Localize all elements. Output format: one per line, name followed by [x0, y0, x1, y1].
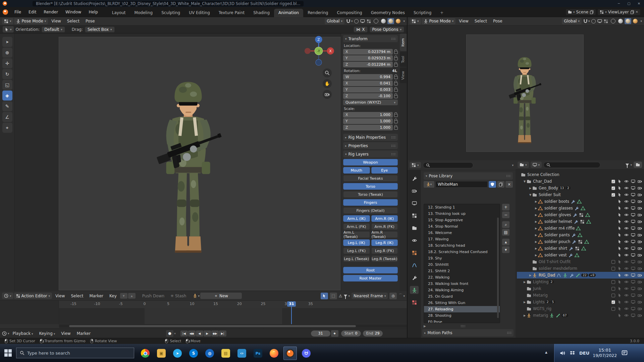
- selectable-icon[interactable]: [618, 253, 622, 257]
- move-up-button[interactable]: ▴: [128, 293, 136, 299]
- next-keyframe-button[interactable]: ◆▶: [211, 330, 219, 337]
- mode-dropdown[interactable]: Pose Mode▾: [422, 18, 456, 24]
- action-datablock-icon-button[interactable]: ▾: [193, 294, 200, 298]
- menu-edit[interactable]: Edit: [25, 10, 40, 14]
- zoom-viewport-button[interactable]: [323, 68, 332, 77]
- pose-item[interactable]: 12. Standing 1: [424, 204, 500, 210]
- panel-grip[interactable]: [506, 175, 511, 177]
- select-cursor-toggle[interactable]: [321, 293, 328, 299]
- lock-icon[interactable]: [394, 114, 398, 117]
- menu-key[interactable]: Key: [107, 294, 119, 298]
- push-down-button[interactable]: Push Down: [140, 294, 167, 298]
- menu-view[interactable]: View: [53, 294, 67, 298]
- rig-layer-arm-l-ik-[interactable]: Arm.L (IK): [343, 215, 370, 222]
- menu-render[interactable]: Render: [40, 10, 62, 14]
- current-frame-badge[interactable]: 31: [287, 301, 296, 307]
- xray-toggle-icon[interactable]: [604, 19, 608, 23]
- pose-item[interactable]: 16. Welcome: [424, 230, 500, 236]
- volume-icon[interactable]: [560, 351, 566, 356]
- disable-render-icon[interactable]: [638, 220, 642, 224]
- taskbar-app-firefox[interactable]: ˜: [267, 347, 281, 360]
- falloff-dropdown[interactable]: ⌒▾: [398, 293, 405, 299]
- editor-type-button[interactable]: ▾: [518, 162, 529, 168]
- properties-tab-constraints[interactable]: [410, 274, 419, 282]
- shading-material-button[interactable]: [387, 18, 394, 24]
- previous-keyframe-button[interactable]: ◀◆: [188, 330, 196, 337]
- add-workspace-button[interactable]: +: [436, 9, 448, 17]
- move-down-button[interactable]: ▾: [120, 293, 127, 299]
- shading-wireframe-button[interactable]: [610, 18, 616, 24]
- hide-viewport-icon[interactable]: [624, 186, 629, 190]
- jump-to-end-button[interactable]: ▶|: [219, 330, 226, 337]
- move-pose-up-button[interactable]: ▲: [502, 239, 509, 245]
- pose-item[interactable]: 14. Stop Normal: [424, 223, 500, 230]
- expand-icon[interactable]: ▼: [528, 193, 532, 196]
- selectable-icon[interactable]: [618, 193, 622, 197]
- play-reverse-button[interactable]: ◀: [196, 330, 203, 337]
- hide-viewport-icon[interactable]: [624, 307, 629, 311]
- taskbar-app-skype[interactable]: S: [187, 347, 200, 360]
- selectable-icon[interactable]: [618, 266, 622, 270]
- lock-icon[interactable]: [394, 82, 398, 85]
- properties-tab-output[interactable]: [410, 199, 419, 207]
- panel-grip[interactable]: [391, 38, 396, 40]
- outliner-row[interactable]: ▶soldier boots: [517, 198, 644, 205]
- rotation-mode-select[interactable]: Quaternion (WXYZ)▾: [343, 100, 398, 105]
- expand-icon[interactable]: ▶: [534, 214, 538, 217]
- transform-panel-header[interactable]: ▾Transform: [343, 35, 398, 42]
- outliner-row[interactable]: ▼Char_Dad✓: [517, 178, 644, 185]
- disable-viewport-icon[interactable]: [631, 253, 635, 257]
- outliner-row[interactable]: Scene Collection: [517, 171, 644, 178]
- outliner-row[interactable]: ▶RIG_Dad22+9: [517, 272, 644, 279]
- disable-viewport-icon[interactable]: [631, 179, 635, 183]
- menu-marker[interactable]: Marker: [74, 331, 93, 336]
- camera-view-button[interactable]: [323, 90, 332, 99]
- maximize-button[interactable]: ▢: [624, 2, 634, 5]
- pose-item[interactable]: 15. Stop Aggresive: [424, 217, 500, 223]
- new-scene-icon[interactable]: [590, 10, 594, 14]
- selectable-icon[interactable]: [618, 206, 622, 210]
- properties-tab-view-layer[interactable]: [410, 212, 419, 220]
- tool-scale-button[interactable]: ◱: [2, 80, 12, 90]
- panel-grip[interactable]: [507, 331, 512, 334]
- tray-expand-icon[interactable]: ▲: [545, 351, 547, 354]
- mode-dropdown[interactable]: Pose Mode▾: [14, 18, 48, 24]
- outliner-row[interactable]: Junk: [517, 285, 644, 292]
- outliner-row[interactable]: ▶Soldier pants: [517, 232, 644, 238]
- notification-center-icon[interactable]: [622, 350, 628, 356]
- rig-layer-arm-r-tweak-[interactable]: Arm.R (Tweak): [371, 231, 398, 238]
- expand-icon[interactable]: ▶: [534, 234, 538, 237]
- selectable-icon[interactable]: [618, 226, 622, 230]
- disable-render-icon[interactable]: [638, 273, 642, 277]
- tab-scripting[interactable]: Scripting: [409, 9, 436, 17]
- shading-material-button[interactable]: [625, 18, 631, 24]
- rotation-y-field[interactable]: Y0.003: [343, 87, 393, 93]
- collection-checkbox[interactable]: [611, 280, 615, 284]
- expand-icon[interactable]: ▼: [523, 180, 527, 183]
- action-editor-mode-dropdown[interactable]: Action Editor▾: [14, 293, 52, 299]
- blender-menu-icon[interactable]: [3, 9, 8, 15]
- rotation-x-field[interactable]: X0.041: [343, 80, 393, 86]
- tab-sculpting[interactable]: Sculpting: [157, 9, 184, 17]
- motion-paths-panel-header[interactable]: ▸ Motion Paths: [422, 329, 514, 337]
- chevron-down-icon[interactable]: ▾: [174, 332, 176, 335]
- disable-render-icon[interactable]: [638, 293, 642, 297]
- disable-render-icon[interactable]: [638, 186, 642, 190]
- shading-wireframe-button[interactable]: [373, 18, 379, 24]
- chevron-down-icon[interactable]: ▾: [640, 19, 642, 23]
- taskbar-app-blender[interactable]: [283, 347, 297, 360]
- chevron-down-icon[interactable]: ▾: [403, 19, 405, 23]
- end-frame-field[interactable]: End29: [363, 330, 383, 337]
- taskbar-app-telegram[interactable]: ➤: [171, 347, 184, 360]
- rig-layer-arm-r-fk-[interactable]: Arm.R (FK): [371, 223, 398, 230]
- lock-icon[interactable]: [394, 89, 398, 92]
- hide-viewport-icon[interactable]: [624, 287, 629, 291]
- expand-icon[interactable]: ▶: [534, 227, 538, 230]
- sidebar-tab-item[interactable]: Item: [400, 34, 407, 51]
- taskbar-app-app-blue[interactable]: ◍: [203, 347, 216, 360]
- menu-pose[interactable]: Pose: [83, 19, 98, 23]
- action-name-field[interactable]: WhiteMan: [435, 181, 488, 188]
- hide-viewport-icon[interactable]: [624, 253, 629, 257]
- disable-render-icon[interactable]: [638, 179, 642, 183]
- drag-select[interactable]: Select Box▾: [85, 26, 115, 33]
